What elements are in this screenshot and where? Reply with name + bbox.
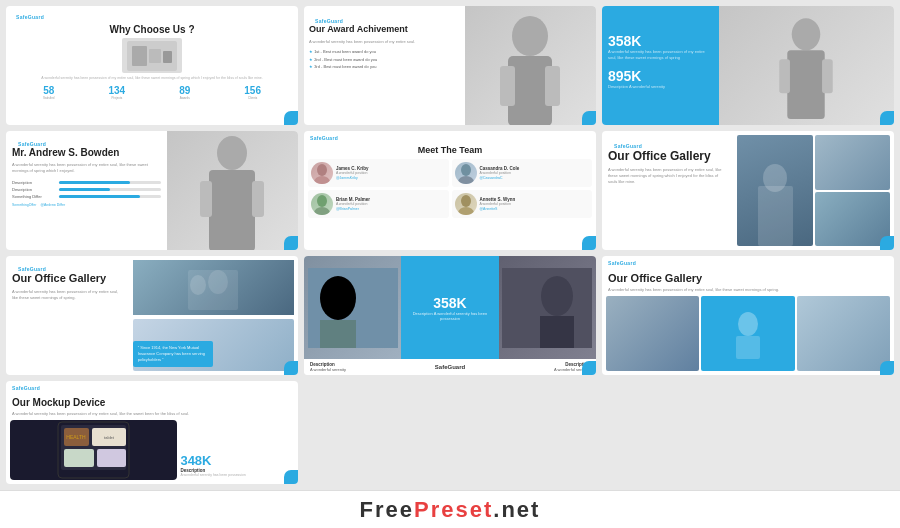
svg-rect-45 bbox=[97, 449, 126, 467]
slide-logo: SafeGuard bbox=[6, 381, 298, 391]
mockup-content: HEALTH tablet 348K Description A wonderf… bbox=[6, 420, 298, 484]
slide-award-left: SafeGuard Our Award Achivement A wonderf… bbox=[304, 6, 465, 125]
slide-photo-collage: 358K Description A wonderful serenity ha… bbox=[304, 256, 596, 375]
slide-bottom-bar: Description A wonderful serenity SafeGua… bbox=[304, 359, 596, 375]
svg-point-23 bbox=[458, 207, 474, 215]
banner-text-net: .net bbox=[493, 497, 540, 523]
gallery2-title: Our Office Gallery bbox=[12, 272, 123, 285]
award-item-1: 1st - Best must been award do you bbox=[309, 48, 460, 55]
svg-point-22 bbox=[461, 195, 471, 207]
photo-col-3 bbox=[499, 256, 596, 359]
svg-rect-10 bbox=[780, 59, 791, 93]
svg-point-28 bbox=[208, 270, 228, 294]
slide-mr-bowden: SafeGuard Mr. Andrew S. Bowden A wonderf… bbox=[6, 131, 298, 250]
caption-3: Description A wonderful serenity bbox=[554, 362, 590, 372]
slide-image bbox=[122, 38, 182, 73]
slide-bowden-image bbox=[167, 131, 298, 250]
device-display: HEALTH tablet bbox=[10, 420, 177, 480]
slide-office-gallery-3: SafeGuard Our Office Gallery A wonderful… bbox=[602, 256, 894, 375]
mockup-stats: 348K Description A wonderful serenity ha… bbox=[180, 420, 294, 480]
gallery-images bbox=[733, 131, 894, 250]
svg-point-21 bbox=[314, 207, 330, 215]
team-member-1: James C. Kriby A wonderful position @Jam… bbox=[308, 159, 449, 187]
svg-text:HEALTH: HEALTH bbox=[67, 434, 87, 440]
slide-logo: SafeGuard bbox=[304, 131, 596, 141]
award-list: 1st - Best must been award do you 2nd - … bbox=[309, 48, 460, 70]
svg-rect-9 bbox=[788, 50, 825, 119]
slide-logo: SafeGuard bbox=[10, 10, 294, 20]
gallery3-photo-1 bbox=[606, 296, 699, 371]
gallery3-photos bbox=[602, 296, 894, 375]
team-member-3: Brian M. Palmer A wonderful position @Br… bbox=[308, 190, 449, 218]
overlay-desc: Description A wonderful serenity has bee… bbox=[401, 311, 498, 321]
person-name: Mr. Andrew S. Bowden bbox=[12, 147, 161, 159]
person-desc: A wonderful serenity has been possession… bbox=[12, 162, 161, 174]
slide-mockup-device: SafeGuard Our Mockup Device A wonderful … bbox=[6, 381, 298, 484]
team-info-1: James C. Kriby A wonderful position @Jam… bbox=[336, 166, 369, 180]
mockup-title: Our Mockup Device bbox=[6, 391, 298, 411]
svg-rect-36 bbox=[736, 336, 760, 359]
svg-rect-34 bbox=[540, 316, 574, 348]
mockup-desc: A wonderful serenity has been possession… bbox=[6, 411, 298, 417]
num-desc-2: Description A wonderful serenity bbox=[608, 84, 713, 90]
team-info-2: Cassandra D. Cole A wonderful position @… bbox=[480, 166, 520, 180]
slide-logo: SafeGuard bbox=[602, 256, 894, 266]
team-info-4: Annette S. Wynn A wonderful position @An… bbox=[480, 197, 516, 211]
info-row-2: Description bbox=[12, 187, 161, 192]
gallery-img-2 bbox=[815, 135, 890, 190]
svg-rect-14 bbox=[200, 181, 212, 217]
svg-rect-31 bbox=[320, 320, 356, 348]
award-desc: A wonderful serenity has been possession… bbox=[309, 39, 460, 45]
svg-point-16 bbox=[317, 164, 327, 176]
avatar-3 bbox=[311, 193, 333, 215]
team-title: Meet The Team bbox=[304, 145, 596, 155]
gallery3-desc: A wonderful serenity has been possession… bbox=[602, 287, 894, 292]
photo-col-1 bbox=[304, 256, 401, 359]
svg-rect-1 bbox=[132, 46, 147, 66]
slide-award-achievement: SafeGuard Our Award Achivement A wonderf… bbox=[304, 6, 596, 125]
social-1: SomethingOffer bbox=[12, 203, 36, 207]
stat-1: 58 Satisfied bbox=[43, 85, 55, 100]
slide-office-gallery-1: SafeGuard Our Office Gallery A wonderful… bbox=[602, 131, 894, 250]
social-links: SomethingOffer @Andrew Differ bbox=[12, 203, 161, 207]
svg-rect-7 bbox=[545, 66, 560, 106]
slide-stats: 58 Satisfied 134 Projects 89 Awards 156 … bbox=[10, 85, 294, 100]
svg-rect-13 bbox=[209, 170, 255, 251]
info-row-1: Description bbox=[12, 180, 161, 185]
svg-point-35 bbox=[738, 312, 758, 336]
bottom-banner: Free Preset .net bbox=[0, 490, 900, 528]
avatar-2 bbox=[455, 162, 477, 184]
gallery3-title: Our Office Gallery bbox=[602, 266, 894, 287]
svg-point-25 bbox=[763, 164, 787, 192]
gallery2-img-top bbox=[133, 260, 294, 315]
slide-stats-left: 358K A wonderful serenity has been posse… bbox=[602, 6, 719, 125]
svg-point-8 bbox=[792, 18, 821, 50]
social-2: @Andrew Differ bbox=[40, 203, 65, 207]
svg-point-20 bbox=[317, 195, 327, 207]
num-desc-1: A wonderful serenity has been possession… bbox=[608, 49, 713, 60]
slide-logo: SafeGuard bbox=[608, 139, 727, 149]
stat-4: 156 Clients bbox=[244, 85, 261, 100]
award-item-3: 3rd - Best must been award do you bbox=[309, 63, 460, 70]
team-member-2: Cassandra D. Cole A wonderful position @… bbox=[452, 159, 593, 187]
banner-text-preset: Preset bbox=[414, 497, 493, 523]
slide-logo: SafeGuard bbox=[309, 14, 460, 24]
big-num-1: 358K bbox=[608, 33, 713, 49]
svg-point-30 bbox=[320, 276, 356, 320]
svg-rect-44 bbox=[64, 449, 94, 467]
banner-text-free: Free bbox=[360, 497, 414, 523]
slide-stats-right bbox=[719, 6, 894, 125]
svg-rect-15 bbox=[252, 181, 264, 217]
slide-logo: SafeGuard bbox=[12, 262, 123, 272]
svg-rect-2 bbox=[149, 49, 161, 63]
overlay-num: 358K bbox=[433, 295, 466, 311]
avatar-1 bbox=[311, 162, 333, 184]
slide-office-gallery-2: SafeGuard Our Office Gallery A wonderful… bbox=[6, 256, 298, 375]
gallery2-desc: A wonderful serenity has been possession… bbox=[12, 289, 123, 301]
stat-2: 134 Projects bbox=[108, 85, 125, 100]
team-grid: James C. Kriby A wonderful position @Jam… bbox=[304, 159, 596, 222]
svg-point-17 bbox=[314, 176, 330, 184]
svg-rect-24 bbox=[758, 186, 793, 246]
gallery-left: SafeGuard Our Office Gallery A wonderful… bbox=[602, 131, 733, 250]
svg-point-27 bbox=[190, 275, 206, 295]
